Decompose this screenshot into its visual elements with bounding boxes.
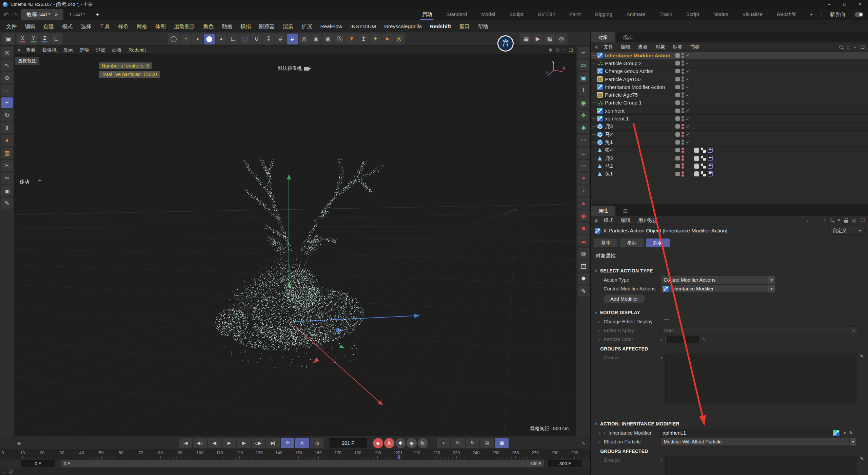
enabled-check-icon[interactable]: ✓: [686, 84, 691, 90]
render-visibility-dot[interactable]: [682, 119, 684, 121]
cone-icon[interactable]: [597, 171, 603, 177]
gsg-target-icon[interactable]: ◎: [394, 34, 405, 44]
object-row[interactable]: Inheritance Modifier Action✓: [591, 83, 868, 91]
object-row[interactable]: 兔1✓: [591, 138, 868, 146]
range-slider[interactable]: 0 F 300 F: [61, 460, 544, 467]
menu-item-1[interactable]: 编辑: [21, 20, 39, 32]
groups-box[interactable]: [665, 354, 857, 404]
layout-tab-model[interactable]: Model: [474, 9, 502, 20]
object-manager-tab-0[interactable]: 对象: [591, 32, 615, 42]
object-row[interactable]: Change Group Action✓: [591, 68, 868, 75]
attr-popout-icon[interactable]: ❏: [860, 217, 865, 223]
layer-color-chip[interactable]: [675, 164, 680, 168]
sound-button[interactable]: ◁): [310, 438, 323, 448]
menu-item-14[interactable]: 渲染: [279, 20, 298, 32]
attr-filter-icon[interactable]: ≡: [837, 217, 840, 223]
cone-icon[interactable]: [597, 147, 603, 153]
rotate-tool[interactable]: ↻: [1, 110, 13, 121]
deformer-tool[interactable]: ◠: [578, 135, 589, 146]
object-row[interactable]: 鹿3✓: [591, 123, 868, 131]
material-manager-icon[interactable]: ◎: [556, 34, 567, 44]
layout-tab-paint[interactable]: Paint: [562, 9, 588, 20]
menu-item-7[interactable]: 网格: [133, 20, 151, 32]
selection-filter-icon[interactable]: ▣: [3, 34, 14, 44]
auto-icon[interactable]: Ⓐ: [334, 34, 345, 44]
layer-color-chip[interactable]: [675, 109, 680, 113]
layout-tab-uv-edit[interactable]: UV Edit: [531, 9, 562, 20]
primitive-cube-tool[interactable]: ▣: [578, 72, 589, 83]
enabled-check-icon[interactable]: ✓: [686, 100, 691, 106]
toggle-pla-button[interactable]: ▦: [495, 438, 509, 448]
display-tag-icon[interactable]: [701, 164, 706, 169]
menu-item-15[interactable]: 扩展: [298, 20, 316, 32]
spline-rectangle-tool[interactable]: ▭: [578, 60, 589, 71]
expand-chevron-icon[interactable]: ›: [660, 457, 665, 463]
render-visibility-dot[interactable]: [682, 142, 684, 145]
enabled-check-icon[interactable]: ✓: [686, 124, 691, 129]
text-tool[interactable]: T: [578, 85, 589, 96]
home-icon[interactable]: ⌂: [847, 44, 849, 50]
rs-environment-tool[interactable]: ☁: [578, 235, 589, 246]
xp-emitter-icon[interactable]: [597, 139, 603, 145]
view-label[interactable]: 透视视图: [15, 57, 39, 65]
mode-animation-icon[interactable]: ⬤: [204, 34, 215, 44]
render-visibility-dot[interactable]: [682, 63, 684, 66]
layer-color-chip[interactable]: [675, 93, 680, 97]
render-picture-viewer-icon[interactable]: ▶: [532, 34, 543, 44]
layer-color-chip[interactable]: [675, 172, 680, 176]
xp-change-icon[interactable]: [597, 68, 603, 74]
history-back-icon[interactable]: ←: [806, 217, 811, 223]
attribute-section-tab-对象[interactable]: 对象: [646, 239, 670, 247]
layer-color-chip[interactable]: [675, 132, 680, 137]
attribute-menu-icon[interactable]: ≡: [593, 217, 600, 223]
toggle-parameter-button[interactable]: ▤: [480, 438, 494, 448]
undo-icon[interactable]: ↶: [3, 11, 9, 19]
cursor-plugin-icon[interactable]: ➤: [382, 34, 393, 44]
menu-item-9[interactable]: 运动图形: [170, 20, 199, 32]
object-manager-menu-4[interactable]: 标签: [669, 42, 686, 52]
attr-search-icon[interactable]: [830, 218, 833, 222]
attribute-tab-0[interactable]: 属性: [591, 206, 615, 216]
zoom-tool[interactable]: ◎: [1, 47, 13, 58]
attribute-menu-0[interactable]: 模式: [600, 216, 617, 225]
layout-tab-track[interactable]: Track: [652, 9, 679, 20]
eye-icon[interactable]: ◉: [322, 34, 333, 44]
layout-tab-rigging[interactable]: Rigging: [588, 9, 619, 20]
close-tab-icon[interactable]: ✕: [54, 12, 58, 17]
object-row[interactable]: 兔1: [591, 170, 868, 178]
lasso-tool[interactable]: ◌: [1, 85, 13, 96]
menu-item-4[interactable]: 选择: [77, 20, 95, 32]
menu-item-17[interactable]: INSYDIUM: [346, 20, 380, 32]
record-filter-button[interactable]: ◉: [407, 438, 417, 448]
layout-tab-redshift[interactable]: Redshift: [770, 9, 803, 20]
layer-color-chip[interactable]: [675, 140, 680, 145]
camera-icon[interactable]: [304, 67, 309, 71]
render-visibility-dot[interactable]: [682, 95, 684, 98]
enabled-check-icon[interactable]: ✓: [686, 92, 691, 98]
toggle-position-button[interactable]: ⌖: [437, 438, 450, 448]
keyframe-hud-button[interactable]: A: [295, 438, 309, 448]
generator-tool[interactable]: ◉: [578, 97, 589, 108]
record-keyframe-button[interactable]: ◆: [373, 438, 383, 448]
keyframe-settings-button[interactable]: ✱: [395, 438, 406, 448]
display-tag-icon[interactable]: [701, 148, 706, 153]
pen-tool[interactable]: ✎: [1, 198, 13, 209]
menu-item-20[interactable]: 窗口: [455, 20, 474, 32]
goto-prev-key-button[interactable]: ◀◇: [193, 438, 207, 448]
editor-visibility-dot[interactable]: [682, 148, 684, 150]
perspective-viewport[interactable]: 透视视图 Number of emitters: 3 Total live pa…: [14, 55, 576, 436]
chevron-down-icon[interactable]: ▼: [843, 431, 846, 435]
annotate-tool[interactable]: ✎: [578, 286, 589, 297]
section-action-inheritance[interactable]: ∨ ACTION: INHERITANCE MODIFIER: [595, 419, 864, 429]
xp-action-icon[interactable]: [597, 84, 603, 90]
control-modifier-dropdown[interactable]: Inheritance Modifier ▼: [660, 285, 775, 293]
move-tool[interactable]: +: [1, 97, 13, 108]
layer-color-chip[interactable]: [675, 116, 680, 121]
dolly-icon[interactable]: ⇅: [556, 48, 559, 53]
layout-tab-启动[interactable]: 启动: [415, 9, 439, 20]
editor-visibility-dot[interactable]: [682, 100, 684, 102]
redo-icon[interactable]: ↷: [12, 11, 18, 19]
viewport-menu-3[interactable]: 选项: [76, 47, 93, 53]
viewport-menu-icon[interactable]: ≡: [16, 47, 23, 53]
attribute-section-tab-基本[interactable]: 基本: [594, 239, 617, 247]
